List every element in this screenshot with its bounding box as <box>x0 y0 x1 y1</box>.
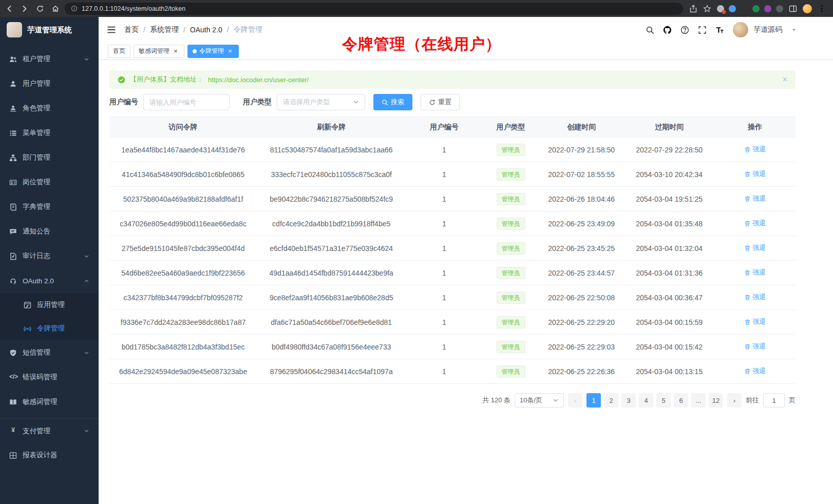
page-button-2[interactable]: 2 <box>604 393 618 408</box>
sidebar-item-16[interactable]: 报表设计器 <box>0 443 99 468</box>
success-check-icon <box>118 76 125 84</box>
search-button[interactable]: 搜索 <box>373 94 412 110</box>
alert-close-icon[interactable]: × <box>783 75 787 84</box>
page-button-5[interactable]: 5 <box>656 393 671 408</box>
colorful-extension-icon[interactable] <box>764 5 771 12</box>
gray-extension-icon[interactable] <box>776 5 783 12</box>
github-icon[interactable] <box>663 26 672 34</box>
tab-2[interactable]: 令牌管理× <box>187 45 239 58</box>
user-avatar[interactable] <box>733 22 748 37</box>
goto-page-input[interactable] <box>763 393 785 408</box>
page-button-3[interactable]: 3 <box>621 393 636 408</box>
page-button-12[interactable]: 12 <box>709 393 723 408</box>
fullscreen-icon[interactable] <box>698 26 707 34</box>
page-button-6[interactable]: 6 <box>674 393 688 408</box>
browser-profile-avatar[interactable] <box>803 4 812 13</box>
sidebar-item-11[interactable]: 令牌管理 <box>0 317 99 340</box>
green-extension-icon[interactable] <box>752 5 760 12</box>
force-logout-button[interactable]: 强退 <box>744 194 766 203</box>
user-type-select[interactable]: 请选择用户类型 <box>277 94 365 110</box>
delete-icon <box>744 368 751 375</box>
user-id-label: 用户编号 <box>109 98 138 107</box>
tab-close-icon[interactable]: × <box>172 48 179 54</box>
reload-icon[interactable] <box>36 5 44 13</box>
sidebar-item-1[interactable]: 用户管理 <box>0 71 99 96</box>
chevron-up-icon <box>84 278 89 284</box>
tab-0[interactable]: 首页 <box>108 45 130 58</box>
sidebar-item-8[interactable]: 审计日志 <box>0 244 99 268</box>
blue-extension-icon[interactable] <box>729 5 736 12</box>
user-id-cell: 1 <box>406 285 483 310</box>
sidebar-item-6[interactable]: 字典管理 <box>0 195 99 219</box>
page-size-select[interactable]: 10条/页 <box>515 393 564 408</box>
user-name[interactable]: 芋道源码 <box>753 25 782 34</box>
force-logout-button[interactable]: 强退 <box>744 342 766 351</box>
share-icon[interactable] <box>689 5 697 13</box>
browser-nav-buttons <box>5 5 60 13</box>
user-type-badge: 管理员 <box>497 316 525 328</box>
user-icon <box>9 80 17 88</box>
chevron-down-icon[interactable] <box>791 27 797 33</box>
table-row: c342377bf8b344799dcbf7bf095287f29ce8ef2a… <box>109 285 796 310</box>
table-row: 54d6be82ee5a460a9aedc1f9bf22365649d1aa46… <box>109 261 796 285</box>
force-logout-button[interactable]: 强退 <box>744 169 766 179</box>
page-button-4[interactable]: 4 <box>639 393 653 408</box>
delete-icon <box>744 343 751 350</box>
user-id-input[interactable] <box>143 94 230 110</box>
search-icon[interactable] <box>646 26 654 34</box>
notification-badge <box>722 10 726 14</box>
force-logout-button[interactable]: 强退 <box>744 317 766 326</box>
dark-extension-icon[interactable] <box>741 5 748 12</box>
force-logout-button[interactable]: 强退 <box>744 293 766 302</box>
sidebar-item-13[interactable]: </>错误码管理 <box>0 365 99 390</box>
sidebar-item-15[interactable]: ¥支付管理 <box>0 418 99 443</box>
alert-link[interactable]: https://doc.iocoder.cn/user-center/ <box>208 76 309 84</box>
breadcrumb-item-2[interactable]: OAuth 2.0 <box>190 26 222 34</box>
force-logout-button[interactable]: 强退 <box>744 145 766 154</box>
prev-page-button[interactable]: ‹ <box>568 393 582 408</box>
breadcrumb-item-1[interactable]: 系统管理 <box>150 25 179 34</box>
navbar-actions: 芋道源码 <box>646 22 797 37</box>
screenshot-extension-icon[interactable] <box>717 5 724 12</box>
bookmark-star-icon[interactable] <box>703 5 711 13</box>
sidebar-item-12[interactable]: 短信管理 <box>0 340 99 365</box>
chevron-down-icon <box>553 397 559 403</box>
page-list: 123456...12 <box>586 393 723 408</box>
table-row: 275e5de9151045fe87cbdc395e004f4de6cfd40e… <box>109 236 796 261</box>
sidebar-item-4[interactable]: 部门管理 <box>0 145 99 170</box>
reset-button[interactable]: 重置 <box>421 94 460 110</box>
tab-1[interactable]: 敏感词管理× <box>134 45 184 58</box>
site-info-icon[interactable] <box>71 5 78 12</box>
tab-close-icon[interactable]: × <box>226 48 234 54</box>
help-icon[interactable] <box>680 26 689 34</box>
total-count: 共 120 条 <box>482 396 510 405</box>
force-logout-button[interactable]: 强退 <box>744 219 766 228</box>
sidebar-item-label: 用户管理 <box>23 79 50 88</box>
back-icon[interactable] <box>5 5 13 13</box>
sidebar-item-0[interactable]: 租户管理 <box>0 47 99 71</box>
sidebar-item-3[interactable]: 菜单管理 <box>0 121 99 145</box>
sidebar-item-10[interactable]: 应用管理 <box>0 293 99 317</box>
logo[interactable]: 芋道管理系统 <box>0 17 99 43</box>
font-size-icon[interactable] <box>715 26 724 34</box>
home-icon[interactable] <box>51 5 60 13</box>
more-pages-button[interactable]: ... <box>691 393 706 408</box>
breadcrumb-separator: / <box>183 26 185 34</box>
force-logout-button[interactable]: 强退 <box>744 268 766 277</box>
sidebar-toggle-icon[interactable] <box>107 25 116 34</box>
breadcrumb-item-0[interactable]: 首页 <box>124 25 139 34</box>
sidebar-item-9[interactable]: OAuth 2.0 <box>0 268 99 293</box>
sidebar-item-14[interactable]: 敏感词管理 <box>0 390 99 414</box>
sidebar-item-2[interactable]: 角色管理 <box>0 96 99 121</box>
force-logout-button[interactable]: 强退 <box>744 366 766 376</box>
table-row: 502375b8040a469a9b82188afdf6af1fbe90422b… <box>109 187 796 211</box>
page-button-1[interactable]: 1 <box>586 393 601 408</box>
sidebar-item-7[interactable]: 通知公告 <box>0 219 99 244</box>
sidebar-item-5[interactable]: 岗位管理 <box>0 170 99 195</box>
split-view-icon[interactable] <box>789 5 797 13</box>
next-page-button[interactable]: › <box>727 393 742 408</box>
browser-menu-icon[interactable] <box>818 5 826 13</box>
forward-icon[interactable] <box>21 5 29 13</box>
force-logout-button[interactable]: 强退 <box>744 243 766 253</box>
address-bar[interactable]: 127.0.0.1:1024/system/oauth2/token <box>65 3 683 15</box>
